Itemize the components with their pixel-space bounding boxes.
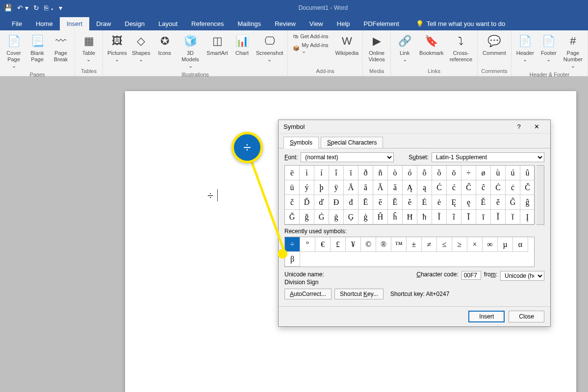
symbol-cell[interactable]: Č xyxy=(520,180,535,195)
page-break-button[interactable]: 〰Page Break xyxy=(50,32,72,64)
redo-icon[interactable]: ↻ xyxy=(33,4,39,12)
symbol-cell[interactable]: ă xyxy=(388,180,403,195)
symbol-cell[interactable]: ĕ xyxy=(403,195,417,210)
table-button[interactable]: ▦Table ⌄ xyxy=(78,32,100,64)
symbol-cell[interactable]: ğ xyxy=(300,210,314,224)
dialog-titlebar[interactable]: Symbol ? ✕ xyxy=(279,120,550,134)
recent-symbol-cell[interactable]: ≤ xyxy=(437,237,452,252)
symbol-cell[interactable]: î xyxy=(329,166,344,180)
symbol-cell[interactable]: Ā xyxy=(344,180,358,195)
get-addins-button[interactable]: 🛍 Get Add-ins xyxy=(291,32,332,40)
recent-symbol-cell[interactable]: º xyxy=(300,237,315,252)
tab-pdfelement[interactable]: PDFelement xyxy=(357,17,406,30)
symbol-cell[interactable]: Ą xyxy=(403,180,417,195)
symbol-cell[interactable]: Ă xyxy=(373,180,388,195)
from-select[interactable]: Unicode (hex) xyxy=(500,271,544,281)
online-videos-button[interactable]: ▶Online Videos xyxy=(366,32,387,64)
save-icon[interactable]: 💾 xyxy=(4,4,12,12)
symbol-cell[interactable]: ĝ xyxy=(520,195,535,210)
recent-symbol-cell[interactable]: ≥ xyxy=(452,237,467,252)
charcode-input[interactable] xyxy=(461,271,481,280)
smartart-button[interactable]: ◫SmartArt xyxy=(205,32,229,57)
symbol-cell[interactable]: ē xyxy=(373,195,388,210)
symbol-cell[interactable]: ú xyxy=(506,166,520,180)
3d-models-button[interactable]: 🧊3D Models ⌄ xyxy=(178,32,204,71)
symbol-cell[interactable]: đ xyxy=(344,195,358,210)
recent-symbol-cell[interactable]: ¥ xyxy=(346,237,361,252)
cross-reference-button[interactable]: ⤵Cross- reference xyxy=(448,32,474,64)
symbol-cell[interactable]: þ xyxy=(314,180,329,195)
symbol-cell[interactable]: ė xyxy=(432,195,447,210)
recent-symbol-cell[interactable]: ™ xyxy=(391,237,407,252)
symbol-cell[interactable]: ĭ xyxy=(506,210,520,224)
symbol-cell[interactable]: ą xyxy=(417,180,432,195)
footer-button[interactable]: 📄Footer ⌄ xyxy=(538,32,560,64)
symbol-cell[interactable]: ö xyxy=(447,166,461,180)
symbol-cell[interactable]: Ī xyxy=(461,210,476,224)
symbol-cell[interactable]: ā xyxy=(358,180,373,195)
blank-page-button[interactable]: 📃Blank Page xyxy=(26,32,48,64)
chart-button[interactable]: 📊Chart xyxy=(231,32,253,57)
recent-symbol-cell[interactable]: ® xyxy=(376,237,391,252)
symbol-cell[interactable]: û xyxy=(520,166,535,180)
symbol-cell[interactable]: ÷ xyxy=(461,166,476,180)
symbol-cell[interactable]: Ĩ xyxy=(432,210,447,224)
repeat-icon[interactable]: ⎘ ▾ xyxy=(44,4,54,12)
recent-symbol-cell[interactable]: £ xyxy=(331,237,346,252)
symbol-cell[interactable]: ì xyxy=(300,166,314,180)
symbol-cell[interactable]: ċ xyxy=(506,180,520,195)
symbol-cell[interactable]: Ď xyxy=(300,195,314,210)
tab-references[interactable]: References xyxy=(184,17,230,30)
symbol-cell[interactable]: ÿ xyxy=(329,180,344,195)
symbol-cell[interactable]: ñ xyxy=(373,166,388,180)
tell-me-search[interactable]: 💡 Tell me what you want to do xyxy=(416,20,505,30)
symbol-cell[interactable]: Ģ xyxy=(344,210,358,224)
symbol-cell[interactable]: Ĕ xyxy=(388,195,403,210)
tab-draw[interactable]: Draw xyxy=(89,17,118,30)
tab-view[interactable]: View xyxy=(303,17,330,30)
link-button[interactable]: 🔗Link ⌄ xyxy=(394,32,415,64)
recent-symbol-cell[interactable]: ± xyxy=(407,237,422,252)
symbol-cell[interactable]: ð xyxy=(358,166,373,180)
symbol-cell[interactable]: ī xyxy=(476,210,491,224)
symbol-cell[interactable]: Ć xyxy=(432,180,447,195)
recent-symbol-cell[interactable]: α xyxy=(513,237,528,252)
symbol-cell[interactable]: Ē xyxy=(358,195,373,210)
symbol-cell[interactable]: õ xyxy=(432,166,447,180)
symbol-cell[interactable]: Ĝ xyxy=(506,195,520,210)
recent-symbol-cell[interactable]: µ xyxy=(498,237,513,252)
symbol-cell[interactable]: Đ xyxy=(329,195,344,210)
recent-symbol-cell[interactable]: © xyxy=(361,237,376,252)
symbol-cell[interactable]: ě xyxy=(491,195,506,210)
symbol-cell[interactable]: ï xyxy=(344,166,358,180)
symbol-cell[interactable]: Ċ xyxy=(491,180,506,195)
recent-symbol-cell[interactable]: € xyxy=(315,237,331,252)
symbol-cell[interactable]: ò xyxy=(388,166,403,180)
symbol-cell[interactable]: ë xyxy=(285,166,300,180)
symbol-cell[interactable]: ĥ xyxy=(388,210,403,224)
help-button[interactable]: ? xyxy=(510,123,528,130)
insert-button[interactable]: Insert xyxy=(468,311,505,322)
symbol-cell[interactable]: ģ xyxy=(358,210,373,224)
symbol-cell[interactable]: ô xyxy=(417,166,432,180)
symbol-cell[interactable]: Ħ xyxy=(403,210,417,224)
tab-help[interactable]: Help xyxy=(330,17,357,30)
cover-page-button[interactable]: 📄Cover Page ⌄ xyxy=(3,32,25,71)
symbol-cell[interactable]: ĉ xyxy=(476,180,491,195)
comment-button[interactable]: 💬Comment xyxy=(481,32,508,57)
qat-customize-icon[interactable]: ▾ xyxy=(59,4,62,12)
symbol-cell[interactable]: Ė xyxy=(417,195,432,210)
my-addins-button[interactable]: 📦 My Add-ins ⌄ xyxy=(291,41,332,55)
symbol-cell[interactable]: ć xyxy=(447,180,461,195)
tab-special-chars[interactable]: Special Characters xyxy=(321,137,383,148)
recent-symbol-cell[interactable]: × xyxy=(467,237,483,252)
pictures-button[interactable]: 🖼Pictures ⌄ xyxy=(106,32,128,64)
tab-layout[interactable]: Layout xyxy=(152,17,184,30)
recent-symbol-cell[interactable]: ∞ xyxy=(483,237,498,252)
shortcut-key-button[interactable]: Shortcut Key... xyxy=(334,289,383,299)
symbol-cell[interactable]: ġ xyxy=(329,210,344,224)
tab-insert[interactable]: Insert xyxy=(60,17,90,30)
close-icon[interactable]: ✕ xyxy=(528,123,545,130)
symbol-cell[interactable]: Ę xyxy=(447,195,461,210)
tab-file[interactable]: File xyxy=(5,17,29,30)
